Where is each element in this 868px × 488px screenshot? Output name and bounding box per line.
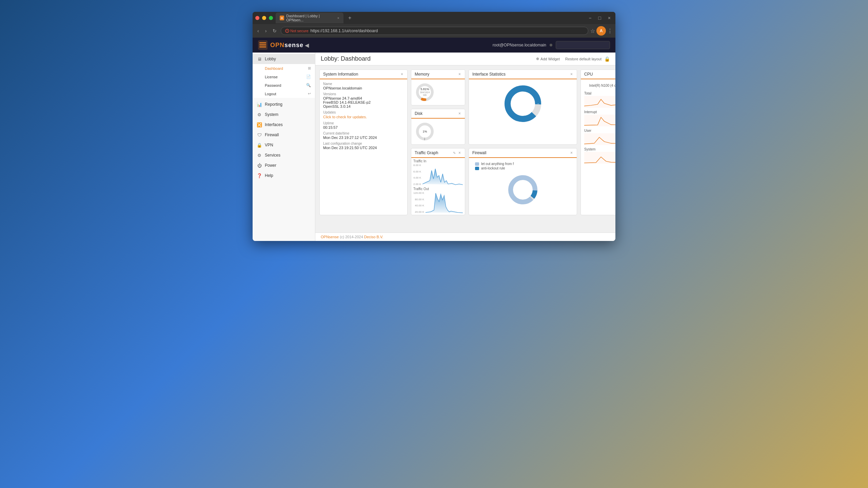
sidebar-item-help[interactable]: ❓ Help: [253, 170, 315, 181]
browser-tab[interactable]: ⊞ Dashboard | Lobby | OPNsen... ×: [276, 13, 343, 23]
sidebar-item-interfaces[interactable]: 🔀 Interfaces: [253, 120, 315, 130]
window-close-btn[interactable]: ×: [606, 14, 613, 22]
global-search-input[interactable]: [556, 41, 610, 49]
new-tab-button[interactable]: +: [346, 15, 353, 21]
sysinfo-version1: OPNsense 24.7-amd64: [323, 96, 404, 100]
firewall-legend-item-1: let out anything from f: [475, 162, 571, 166]
disk-gauge: 1%: [415, 121, 435, 142]
logo-text: OPNsense: [270, 42, 303, 49]
iface-close-btn[interactable]: ×: [570, 72, 573, 77]
sidebar-item-system[interactable]: ⚙ System: [253, 109, 315, 120]
firewall-widget-header: Firewall ×: [469, 148, 577, 158]
cpu-interrupt-label: Interrupt: [584, 110, 597, 114]
sidebar-item-vpn[interactable]: 🔒 VPN: [253, 140, 315, 150]
sysinfo-name-row: Name OPNsense.localdomain: [323, 82, 404, 90]
sidebar-item-power[interactable]: ⏻ Power: [253, 160, 315, 170]
browser-menu-button[interactable]: ⋮: [607, 28, 613, 34]
firewall-legend-item-2: anti-lockout rule: [475, 166, 571, 170]
lock-button[interactable]: 🔒: [604, 56, 610, 62]
traffic-in-chart: [422, 164, 463, 186]
security-indicator: Not secure: [285, 29, 308, 33]
sidebar-lobby-children: Dashboard ⊞ License 📄 Password 🔍: [253, 64, 315, 98]
traffic-out-chart: [426, 191, 463, 214]
sidebar-child-dashboard[interactable]: Dashboard ⊞: [253, 64, 315, 73]
sysinfo-name-value: OPNsense.localdomain: [323, 86, 404, 90]
sysinfo-versions-row: Versions OPNsense 24.7-amd64 FreeBSD 14.…: [323, 92, 404, 108]
sysinfo-actions: ×: [400, 72, 404, 77]
logout-label: Logout: [265, 92, 276, 96]
url-display: https://192.168.1.1/ui/core/dashboard: [311, 28, 378, 33]
sidebar-item-reporting[interactable]: 📊 Reporting: [253, 99, 315, 109]
widget-system-information: System Information × Name OPNsense.local…: [319, 69, 408, 215]
traffic-edit-btn[interactable]: ✎: [452, 151, 456, 155]
dashboard-label: Dashboard: [265, 66, 283, 70]
services-icon: ⚙: [257, 152, 262, 158]
sidebar-item-firewall[interactable]: 🛡 Firewall: [253, 130, 315, 140]
sysinfo-lastconfig-value: Mon Dec 23 19:21:50 UTC 2024: [323, 146, 404, 150]
reload-button[interactable]: ↻: [271, 27, 279, 35]
restore-layout-button[interactable]: Restore default layout: [565, 57, 601, 61]
user-info: root@OPNsense.localdomain: [493, 43, 546, 47]
forward-button[interactable]: ›: [263, 27, 269, 35]
cpu-interrupt-section: Interrupt 0: [584, 110, 615, 127]
footer: OPNsense (c) 2014-2024 Deciso B.V.: [315, 232, 615, 241]
sysinfo-uptime-row: Uptime 00:15:57: [323, 121, 404, 129]
address-bar[interactable]: Not secure https://192.168.1.1/ui/core/d…: [281, 27, 588, 35]
services-label: Services: [265, 153, 280, 158]
browser-maximize-btn[interactable]: [269, 16, 273, 20]
page-title: Lobby: Dashboard: [321, 55, 371, 62]
cpu-user-chart: [584, 133, 615, 145]
memory-close-btn[interactable]: ×: [458, 72, 461, 77]
logo-icon: [258, 40, 268, 50]
bookmark-button[interactable]: ☆: [590, 28, 595, 34]
lobby-label: Lobby: [265, 57, 276, 61]
firewall-body: let out anything from f anti-lockout rul…: [469, 158, 577, 211]
sysinfo-versions-label: Versions: [323, 92, 404, 96]
browser-titlebar: ⊞ Dashboard | Lobby | OPNsen... × + − □ …: [253, 12, 615, 24]
browser-close-btn[interactable]: [255, 16, 259, 20]
disk-close-btn[interactable]: ×: [458, 111, 461, 116]
sysinfo-updates-link[interactable]: Click to check for updates.: [323, 115, 367, 119]
reporting-icon: 📊: [257, 102, 262, 107]
legend-dot-2: [475, 167, 479, 170]
disk-title: Disk: [415, 111, 422, 116]
sysinfo-updates-row: Updates Click to check for updates.: [323, 110, 404, 119]
sysinfo-close-btn[interactable]: ×: [400, 72, 404, 77]
sidebar-child-license[interactable]: License 📄: [253, 73, 315, 81]
add-widget-button[interactable]: ⊕ Add Widget: [533, 55, 563, 62]
window-maximize-btn[interactable]: □: [596, 14, 603, 22]
browser-minimize-btn[interactable]: [262, 16, 266, 20]
user-status-dot: [550, 44, 552, 46]
sidebar-child-password[interactable]: Password 🔍: [253, 81, 315, 89]
firewall-close-btn[interactable]: ×: [570, 150, 573, 155]
memory-title: Memory: [415, 72, 429, 77]
main-layout: 🖥 Lobby Dashboard ⊞ License 📄: [253, 53, 615, 241]
traffic-close-btn[interactable]: ×: [458, 150, 461, 155]
tab-close-btn[interactable]: ×: [337, 16, 339, 20]
back-button[interactable]: ‹: [255, 27, 261, 35]
footer-deciso-link[interactable]: Deciso B.V.: [364, 235, 383, 239]
cpu-widget-header: CPU ×: [581, 70, 615, 79]
cpu-info: Intel(R) N100 (4 cores, 4 threads): [584, 82, 615, 89]
footer-opnsense-link[interactable]: OPNsense: [321, 235, 339, 239]
widget-cpu: CPU × Intel(R) N100 (4 cores, 4 threads)…: [580, 69, 615, 215]
help-icon: ❓: [257, 173, 262, 178]
sidebar-collapse-btn[interactable]: ◀: [303, 41, 310, 50]
license-child-icon: 📄: [306, 75, 311, 79]
cpu-user-section: User 2: [584, 129, 615, 146]
system-label: System: [265, 112, 278, 117]
window-minimize-btn[interactable]: −: [587, 14, 593, 22]
sidebar-child-logout[interactable]: Logout ↩: [253, 89, 315, 98]
sysinfo-version3: OpenSSL 3.0.14: [323, 104, 404, 108]
iface-body: [469, 79, 577, 128]
vpn-label: VPN: [265, 143, 273, 147]
traffic-body: Traffic In 8.00 K6.00 K4.00 K2.00 K: [411, 158, 465, 215]
reporting-label: Reporting: [265, 102, 282, 107]
widget-disk: Disk ×: [411, 109, 465, 145]
sidebar-item-services[interactable]: ⚙ Services: [253, 150, 315, 160]
widget-firewall: Firewall × let out anything from f: [469, 148, 577, 215]
cpu-total-header: Total 3: [584, 92, 615, 96]
sysinfo-lastconfig-row: Last configuration change Mon Dec 23 19:…: [323, 142, 404, 150]
svg-rect-16: [584, 96, 615, 108]
sidebar-item-lobby[interactable]: 🖥 Lobby: [253, 54, 315, 64]
